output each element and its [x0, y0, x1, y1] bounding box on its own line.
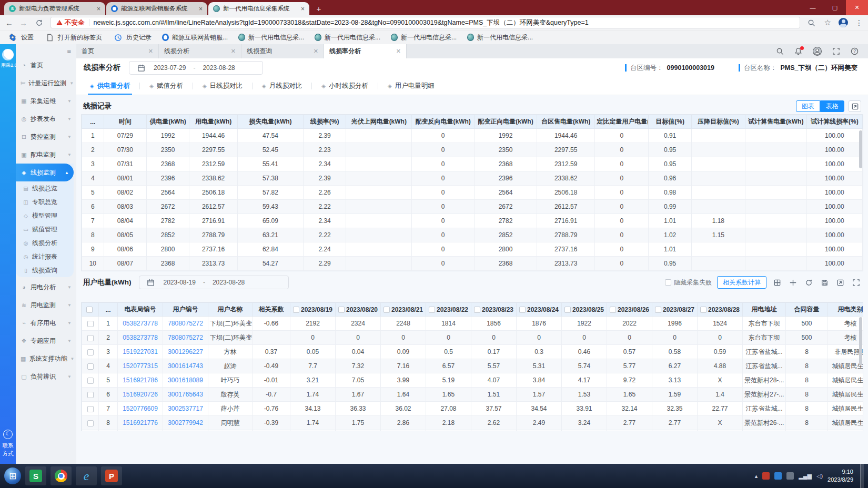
sidebar-collapse-icon[interactable]: ≡	[16, 44, 76, 56]
bookmark-item[interactable]: 历史记录	[113, 32, 152, 43]
table-row[interactable]: 815169217763002779942周明慧-0.391.741.752.8…	[82, 416, 864, 430]
tray-app-icon-blue[interactable]	[774, 472, 782, 480]
content-scroll-area[interactable]: 线损记录 图表 表格 ...时间供电量(kWh)用电量(kWh)损失电量(kWh…	[76, 95, 868, 464]
close-button[interactable]: ✕	[846, 0, 868, 15]
taskbar-wps-icon[interactable]: S	[25, 466, 46, 485]
export-icon[interactable]	[835, 277, 845, 288]
meter-no-link[interactable]: 1516921776	[118, 416, 163, 430]
table-row[interactable]: 708/0427822716.9165.092.34027822716.9101…	[82, 214, 863, 228]
user-no-link[interactable]: 3001618089	[163, 373, 208, 388]
meter-no-link[interactable]: 1519227031	[118, 345, 163, 359]
bookmark-item[interactable]: 新一代用电信息采...	[467, 33, 533, 42]
sidebar-item-用电分析[interactable]: ◕用电分析▼	[16, 278, 76, 296]
browser-menu-icon[interactable]: ⋮	[855, 18, 863, 27]
sidebar-item-用电监测[interactable]: ≋用电监测▼	[16, 296, 76, 314]
show-desktop-button[interactable]	[860, 464, 864, 488]
sidebar-item-系统支撑功能[interactable]: ▦系统支撑功能▼	[16, 350, 76, 368]
tab-close-icon[interactable]: ✕	[148, 48, 153, 55]
sidebar-item-线损监测[interactable]: ◈线损监测▲	[16, 164, 74, 181]
table-row[interactable]: 1008/0723682313.7354.272.29023682313.730…	[82, 257, 863, 271]
table-row[interactable]: 315192270313001296227方林0.370.050.040.090…	[82, 345, 864, 359]
sidebar-item-专题应用[interactable]: ❖专题应用▼	[16, 332, 76, 350]
user-no-link[interactable]: 7808075272	[163, 317, 208, 331]
row-checkbox[interactable]	[87, 321, 94, 327]
row-checkbox[interactable]	[87, 420, 94, 426]
app-tab-线损率分析[interactable]: 线损率分析✕	[324, 44, 407, 58]
tray-expand-icon[interactable]: ▴	[755, 473, 758, 480]
sidebar-item-首页[interactable]: ◔首页	[16, 56, 76, 74]
tray-app-icon-red[interactable]	[762, 472, 770, 480]
sidebar-item-费控监测[interactable]: ⊟费控监测▼	[16, 128, 76, 146]
subtab-赋值分析[interactable]: ◈赋值分析	[140, 77, 193, 95]
sidebar-subitem-线损分析[interactable]: ◎线损分析	[16, 236, 74, 250]
date-column-checkbox[interactable]	[293, 307, 299, 313]
date-column-checkbox[interactable]	[655, 307, 661, 313]
user-no-link[interactable]: 3002537717	[163, 402, 208, 416]
reload-icon[interactable]	[34, 17, 44, 28]
tab-close-icon[interactable]: ✕	[396, 48, 401, 55]
table-row[interactable]: 615169207263001765643殷存英-0.71.741.671.64…	[82, 388, 864, 402]
taskbar-ie-icon[interactable]: e	[76, 466, 97, 485]
meter-no-link[interactable]: 1520777315	[118, 359, 163, 373]
maximize-button[interactable]: ▢	[824, 0, 846, 15]
meter-no-link[interactable]: 1520776609	[118, 402, 163, 416]
user-no-link[interactable]: 3001296227	[163, 345, 208, 359]
bookmark-item[interactable]: 新一代用电信息采...	[238, 33, 304, 42]
minimize-button[interactable]: —	[802, 0, 824, 15]
start-button[interactable]: ⊞	[4, 467, 21, 484]
date-start[interactable]: 2023-08-19	[164, 279, 196, 286]
sidebar-item-抄表发布[interactable]: ◎抄表发布▼	[16, 110, 76, 128]
subtab-用户电量明细[interactable]: ◈用户电量明细	[378, 77, 444, 95]
table-row[interactable]: 205382737787808075272下坝(二)环美变0000000000东…	[82, 331, 864, 345]
network-icon[interactable]: ▂▄▆	[799, 473, 812, 480]
date-end[interactable]: 2023-08-28	[213, 279, 245, 286]
browser-tab[interactable]: S新型电力负荷管理系统×	[4, 2, 105, 15]
bookmark-item[interactable]: 新一代用电信息采...	[391, 33, 457, 42]
app-tab-线损查询[interactable]: 线损查询✕	[241, 44, 324, 58]
user-no-link[interactable]: 3005190946	[163, 430, 208, 432]
table2-scrollbar[interactable]	[859, 317, 862, 365]
sidebar-subitem-统计报表[interactable]: ◷统计报表	[16, 250, 74, 263]
table-row[interactable]: 107/2919921944.4647.542.39019921944.4600…	[82, 129, 863, 143]
user-no-link[interactable]: 3001614743	[163, 359, 208, 373]
bookmark-item[interactable]: 设置	[7, 32, 34, 43]
sidebar-subitem-线损总览[interactable]: ▤线损总览	[16, 181, 74, 195]
chart-view-button[interactable]: 图表	[796, 100, 820, 112]
address-bar[interactable]: ! 不安全 neweic.js.sgcc.com.cn/#/llm/line/L…	[51, 17, 800, 28]
date-column-checkbox[interactable]	[429, 307, 435, 313]
bell-icon[interactable]	[794, 47, 802, 55]
date-column-checkbox[interactable]	[383, 307, 390, 313]
row-checkbox[interactable]	[87, 349, 94, 355]
sidebar-item-有序用电[interactable]: ⌁有序用电▼	[16, 314, 76, 332]
plus-icon[interactable]	[788, 277, 798, 288]
sidebar-subitem-线损查询[interactable]: ▯线损查询	[16, 263, 74, 277]
table-row[interactable]: 207/3023502297.5552.452.23023502297.5500…	[82, 143, 863, 157]
subtab-月线损对比[interactable]: ◈月线损对比	[253, 77, 311, 95]
subtab-日线损对比[interactable]: ◈日线损对比	[193, 77, 252, 95]
grid-icon[interactable]	[772, 277, 782, 288]
table-row[interactable]: 715207766093002537717薛小芹-0.7634.1336.333…	[82, 402, 864, 416]
browser-tab[interactable]: 新一代用电信息采集系统×	[208, 2, 309, 15]
tab-close-icon[interactable]: ×	[97, 5, 100, 13]
new-tab-button[interactable]: +	[312, 2, 325, 15]
app-tab-首页[interactable]: 首页✕	[76, 44, 159, 58]
date-column-checkbox[interactable]	[338, 307, 345, 313]
search-icon[interactable]	[776, 47, 784, 55]
bookmark-star-icon[interactable]: ☆	[824, 18, 831, 27]
sidebar-subitem-模型管理[interactable]: ◇模型管理	[16, 209, 74, 222]
date-column-checkbox[interactable]	[519, 307, 526, 313]
subtab-供电量分析[interactable]: ◈供电量分析	[80, 77, 139, 95]
avatar-icon[interactable]	[813, 47, 822, 56]
bookmark-item[interactable]: 新一代用电信息采...	[315, 33, 380, 42]
row-checkbox[interactable]	[87, 335, 94, 341]
report-date-range[interactable]: 2023-07-29 - 2023-08-28	[129, 61, 263, 75]
meter-no-link[interactable]: 0538273778	[118, 317, 163, 331]
tab-close-icon[interactable]: ×	[301, 5, 305, 13]
sidebar-item-采集运维[interactable]: ▦采集运维▼	[16, 92, 76, 110]
forward-icon[interactable]: →	[19, 19, 27, 27]
date-end[interactable]: 2023-08-28	[203, 64, 235, 72]
date-column-checkbox[interactable]	[610, 307, 616, 313]
taskbar-chrome-icon[interactable]	[51, 466, 72, 485]
meter-no-link[interactable]: 1516921786	[118, 373, 163, 388]
user-no-link[interactable]: 3001765643	[163, 388, 208, 402]
